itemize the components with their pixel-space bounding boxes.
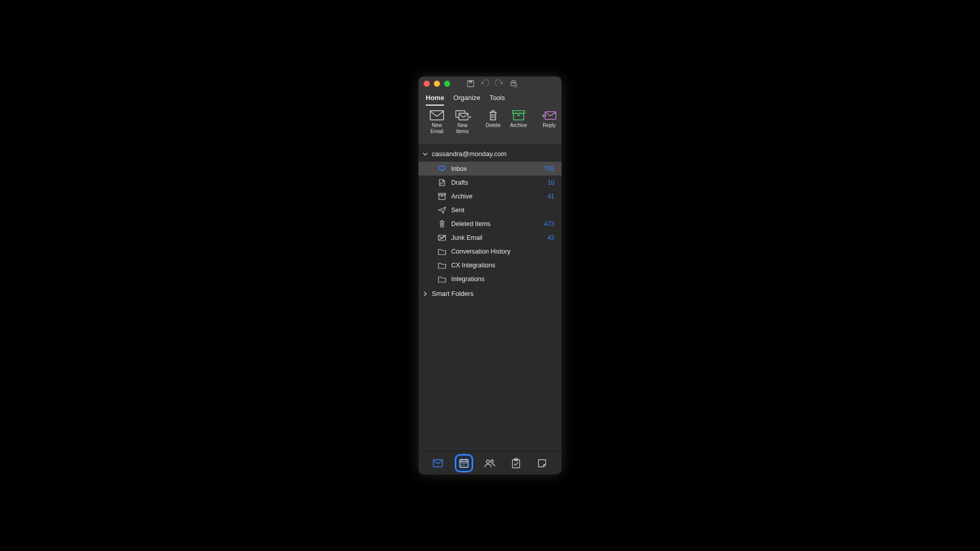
folder-label: Junk Email: [451, 234, 543, 241]
maximize-window-button[interactable]: [444, 81, 450, 87]
folder-inbox[interactable]: Inbox 795: [419, 162, 561, 176]
quick-access-toolbar: [467, 80, 518, 88]
archive-icon: [511, 110, 526, 121]
svg-point-24: [465, 463, 467, 464]
new-email-label: New Email: [430, 122, 443, 134]
mail-icon: [433, 459, 443, 467]
titlebar: [419, 77, 561, 91]
svg-rect-9: [513, 113, 524, 120]
ribbon-tabs: Home Organize Tools: [419, 91, 561, 106]
tab-tools[interactable]: Tools: [489, 94, 505, 106]
folder-drafts[interactable]: Drafts 10: [419, 176, 561, 189]
nav-mail-button[interactable]: [429, 454, 447, 472]
folder-label: Drafts: [451, 179, 543, 186]
bottom-navigation: [419, 451, 561, 474]
reply-label: Reply: [543, 122, 556, 129]
redo-icon[interactable]: [495, 80, 503, 88]
folder-junk-email[interactable]: Junk Email 43: [419, 231, 561, 244]
svg-point-22: [461, 463, 462, 464]
svg-rect-14: [441, 196, 443, 197]
nav-notes-button[interactable]: [533, 454, 551, 472]
chevron-right-icon: [423, 291, 429, 296]
folder-icon: [438, 247, 446, 256]
drafts-icon: [438, 179, 446, 187]
notes-icon: [537, 459, 547, 468]
smart-folders-label: Smart Folders: [432, 290, 474, 297]
svg-rect-13: [439, 195, 445, 199]
inbox-icon: [438, 165, 446, 173]
folder-icon: [438, 275, 446, 283]
svg-rect-17: [433, 460, 443, 467]
svg-rect-7: [459, 113, 468, 120]
svg-point-28: [491, 460, 493, 462]
close-window-button[interactable]: [424, 81, 430, 87]
delete-label: Delete: [486, 122, 501, 129]
nav-calendar-button[interactable]: [455, 454, 473, 472]
trash-small-icon: [438, 220, 446, 228]
folder-sent[interactable]: Sent: [419, 203, 561, 217]
folder-integrations[interactable]: Integrations: [419, 272, 561, 286]
svg-rect-3: [512, 81, 515, 83]
nav-tasks-button[interactable]: [507, 454, 525, 472]
new-items-label: New Items: [456, 122, 469, 134]
svg-line-16: [439, 235, 445, 240]
folder-count: 10: [548, 179, 556, 186]
delete-button[interactable]: Delete: [483, 110, 503, 129]
folder-list: Inbox 795 Drafts 10 Archive 41: [419, 162, 561, 286]
reply-button[interactable]: Reply: [539, 110, 559, 129]
folder-cx-integrations[interactable]: CX Integrations: [419, 258, 561, 272]
svg-rect-5: [430, 111, 444, 120]
folder-archive[interactable]: Archive 41: [419, 189, 561, 203]
new-email-button[interactable]: New Email: [427, 110, 447, 134]
minimize-window-button[interactable]: [434, 81, 440, 87]
tab-organize[interactable]: Organize: [453, 94, 480, 106]
trash-icon: [486, 110, 500, 121]
outlook-window: Home Organize Tools New Email ▾ New Item…: [419, 77, 561, 474]
undo-icon[interactable]: [481, 80, 489, 88]
chevron-down-icon: [423, 152, 429, 157]
folder-pane: cassandra@monday.com Inbox 795 Drafts 10: [419, 145, 561, 451]
ribbon: New Email ▾ New Items Delete: [419, 106, 561, 145]
new-items-button[interactable]: ▾ New Items: [452, 110, 473, 134]
folder-icon: [438, 261, 446, 269]
svg-point-25: [461, 465, 462, 466]
print-icon[interactable]: [509, 80, 518, 88]
smart-folders-header[interactable]: Smart Folders: [419, 286, 561, 302]
archive-box-icon: [438, 192, 446, 201]
svg-point-23: [463, 463, 464, 464]
folder-deleted-items[interactable]: Deleted Items 473: [419, 217, 561, 231]
folder-count: 473: [544, 220, 556, 228]
svg-point-26: [463, 465, 464, 466]
folder-count: 43: [548, 234, 556, 241]
svg-point-27: [486, 460, 489, 463]
folder-label: Archive: [451, 193, 543, 200]
people-icon: [484, 459, 496, 468]
folder-label: CX Integrations: [451, 262, 556, 269]
svg-rect-1: [469, 81, 472, 83]
envelope-icon: [430, 110, 444, 121]
sent-icon: [438, 206, 446, 214]
folder-label: Inbox: [451, 165, 539, 172]
folder-count: 41: [548, 193, 556, 200]
tasks-icon: [511, 458, 521, 468]
folder-count: 795: [544, 165, 556, 172]
account-email: cassandra@monday.com: [432, 150, 507, 158]
reply-icon: [542, 110, 556, 121]
folder-conversation-history[interactable]: Conversation History: [419, 244, 561, 258]
svg-rect-10: [517, 115, 520, 116]
account-header[interactable]: cassandra@monday.com: [419, 146, 561, 162]
new-items-icon: [455, 110, 470, 121]
nav-people-button[interactable]: [481, 454, 499, 472]
folder-label: Sent: [451, 207, 549, 214]
traffic-lights: [424, 81, 450, 87]
save-icon[interactable]: [467, 80, 475, 88]
junk-icon: [438, 234, 446, 242]
calendar-icon: [459, 458, 469, 468]
folder-label: Conversation History: [451, 248, 556, 255]
folder-label: Deleted Items: [451, 220, 539, 228]
archive-button[interactable]: Archive: [508, 110, 529, 129]
chevron-down-icon: ▾: [469, 115, 471, 119]
archive-label: Archive: [510, 122, 527, 129]
tab-home[interactable]: Home: [426, 94, 444, 106]
folder-label: Integrations: [451, 276, 556, 283]
